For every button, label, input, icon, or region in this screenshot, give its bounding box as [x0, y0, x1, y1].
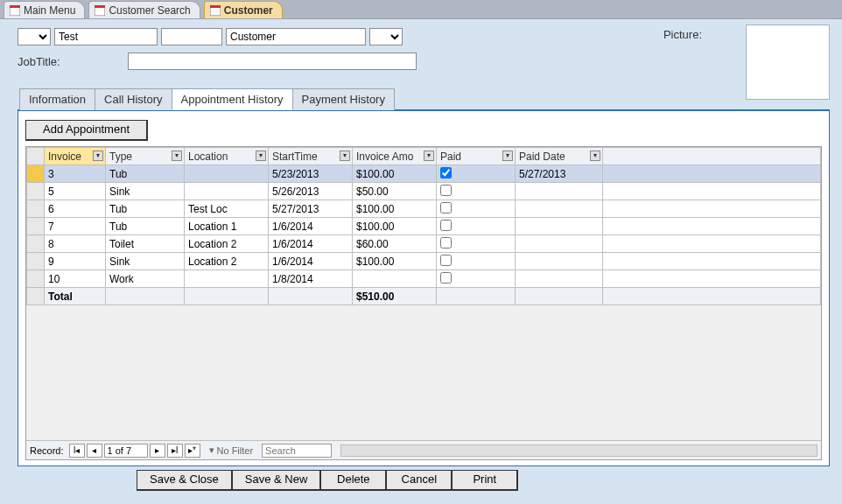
paid-checkbox[interactable] — [440, 185, 452, 196]
nav-position-field[interactable] — [104, 444, 148, 458]
row-selector-header[interactable] — [27, 148, 45, 165]
row-selector[interactable] — [27, 183, 45, 200]
row-selector[interactable] — [27, 165, 45, 183]
tab-payment-history[interactable]: Payment History — [292, 88, 395, 110]
cell-starttime[interactable]: 1/8/2014 — [269, 270, 353, 288]
col-invoice[interactable]: Invoice▾ — [45, 148, 106, 165]
cell-location[interactable]: Location 1 — [185, 218, 269, 235]
horizontal-scrollbar[interactable] — [340, 444, 817, 457]
row-selector[interactable] — [27, 235, 45, 253]
nav-prev-button[interactable]: ◂ — [87, 444, 102, 458]
cell-amount[interactable]: $50.00 — [353, 183, 437, 200]
cell-amount[interactable]: $100.00 — [353, 200, 437, 218]
cell-location[interactable] — [185, 270, 269, 288]
title-combo[interactable] — [18, 28, 51, 46]
cell-paid-date[interactable] — [516, 253, 603, 270]
cell-paid[interactable] — [437, 183, 516, 200]
last-name-field[interactable] — [226, 28, 366, 46]
tab-main-menu[interactable]: Main Menu — [4, 1, 85, 18]
cell-invoice[interactable]: 7 — [45, 218, 106, 235]
cell-amount[interactable]: $60.00 — [353, 235, 437, 253]
save-close-button[interactable]: Save & Close — [137, 470, 233, 491]
chevron-down-icon[interactable]: ▾ — [256, 150, 266, 161]
col-location[interactable]: Location▾ — [185, 148, 269, 165]
table-row[interactable]: 7TubLocation 11/6/2014$100.00 — [27, 218, 821, 235]
table-row[interactable]: 6TubTest Loc5/27/2013$100.00 — [27, 200, 821, 218]
cell-paid[interactable] — [437, 200, 516, 218]
chevron-down-icon[interactable]: ▾ — [340, 150, 350, 161]
search-input[interactable] — [262, 444, 332, 458]
cell-location[interactable] — [185, 165, 269, 183]
cell-paid[interactable] — [437, 270, 516, 288]
chevron-down-icon[interactable]: ▾ — [93, 150, 103, 161]
jobtitle-field[interactable] — [128, 52, 417, 70]
nav-new-button[interactable]: ▸* — [185, 444, 200, 458]
table-row[interactable]: 9SinkLocation 21/6/2014$100.00 — [27, 253, 821, 270]
cell-paid[interactable] — [437, 165, 516, 183]
cell-location[interactable]: Test Loc — [185, 200, 269, 218]
table-row[interactable]: 10Work1/8/2014 — [27, 270, 821, 288]
tab-information[interactable]: Information — [19, 88, 95, 110]
cell-starttime[interactable]: 1/6/2014 — [269, 218, 353, 235]
cell-type[interactable]: Tub — [106, 165, 185, 183]
paid-checkbox[interactable] — [440, 272, 452, 284]
save-new-button[interactable]: Save & New — [232, 470, 322, 491]
delete-button[interactable]: Delete — [320, 470, 387, 491]
cell-paid-date[interactable]: 5/27/2013 — [516, 165, 603, 183]
cell-invoice[interactable]: 6 — [45, 200, 106, 218]
cell-paid-date[interactable] — [516, 235, 603, 253]
cell-amount[interactable]: $100.00 — [353, 253, 437, 270]
cell-invoice[interactable]: 5 — [45, 183, 106, 200]
cell-invoice[interactable]: 3 — [45, 165, 106, 183]
paid-checkbox[interactable] — [440, 237, 452, 248]
cell-paid-date[interactable] — [516, 270, 603, 288]
cell-location[interactable]: Location 2 — [185, 253, 269, 270]
cell-invoice[interactable]: 9 — [45, 253, 106, 270]
first-name-field[interactable] — [54, 28, 158, 46]
cell-paid-date[interactable] — [516, 218, 603, 235]
middle-name-field[interactable] — [161, 28, 222, 46]
col-paid[interactable]: Paid▾ — [437, 148, 516, 165]
cell-starttime[interactable]: 5/26/2013 — [269, 183, 353, 200]
add-appointment-button[interactable]: Add Appointment — [25, 120, 148, 141]
cell-amount[interactable] — [353, 270, 437, 288]
cell-paid-date[interactable] — [516, 200, 603, 218]
cell-amount[interactable]: $100.00 — [353, 218, 437, 235]
row-selector[interactable] — [27, 270, 45, 288]
paid-checkbox[interactable] — [440, 220, 452, 231]
col-starttime[interactable]: StartTime▾ — [269, 148, 353, 165]
cell-paid[interactable] — [437, 253, 516, 270]
cancel-button[interactable]: Cancel — [386, 470, 453, 491]
cell-type[interactable]: Work — [106, 270, 185, 288]
col-paid-date[interactable]: Paid Date▾ — [516, 148, 603, 165]
chevron-down-icon[interactable]: ▾ — [590, 150, 600, 161]
cell-paid-date[interactable] — [516, 183, 603, 200]
cell-type[interactable]: Sink — [106, 183, 185, 200]
cell-type[interactable]: Tub — [106, 200, 185, 218]
cell-starttime[interactable]: 5/23/2013 — [269, 165, 353, 183]
cell-starttime[interactable]: 1/6/2014 — [269, 253, 353, 270]
row-selector[interactable] — [27, 253, 45, 270]
picture-box[interactable] — [746, 24, 830, 100]
cell-type[interactable]: Toilet — [106, 235, 185, 253]
suffix-combo[interactable] — [369, 28, 403, 46]
print-button[interactable]: Print — [452, 470, 518, 491]
cell-location[interactable] — [185, 183, 269, 200]
row-selector[interactable] — [27, 200, 45, 218]
filter-indicator[interactable]: ▾ No Filter — [209, 444, 254, 456]
row-selector[interactable] — [27, 218, 45, 235]
cell-starttime[interactable]: 5/27/2013 — [269, 200, 353, 218]
nav-next-button[interactable]: ▸ — [150, 444, 165, 458]
cell-paid[interactable] — [437, 235, 516, 253]
paid-checkbox[interactable] — [440, 255, 452, 266]
table-row[interactable]: 8ToiletLocation 21/6/2014$60.00 — [27, 235, 821, 253]
table-row[interactable]: 3Tub5/23/2013$100.005/27/2013 — [27, 165, 821, 183]
chevron-down-icon[interactable]: ▾ — [502, 150, 513, 161]
tab-call-history[interactable]: Call History — [95, 88, 172, 110]
cell-location[interactable]: Location 2 — [185, 235, 269, 253]
nav-last-button[interactable]: ▸I — [167, 444, 183, 458]
tab-customer-search[interactable]: Customer Search — [88, 1, 200, 18]
paid-checkbox[interactable] — [440, 202, 452, 214]
chevron-down-icon[interactable]: ▾ — [424, 150, 434, 161]
paid-checkbox[interactable] — [440, 167, 452, 178]
